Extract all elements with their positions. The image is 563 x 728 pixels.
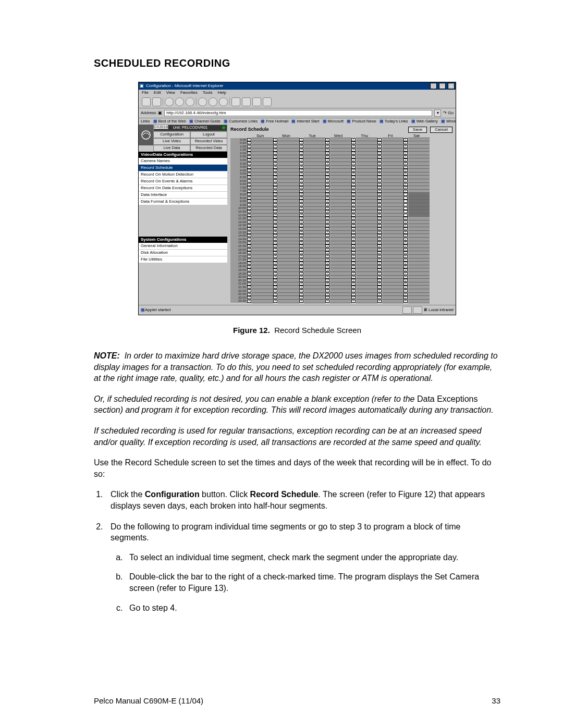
schedule-checkbox[interactable]: ✓ [325,286,329,289]
schedule-checkbox[interactable]: ✓ [247,258,251,262]
schedule-checkbox[interactable]: ✓ [351,262,356,265]
schedule-checkbox[interactable]: ✓ [325,241,329,244]
schedule-checkbox[interactable]: ✓ [403,272,408,275]
schedule-cell[interactable]: ✓ [403,299,430,303]
menu-help[interactable]: Help [217,91,226,95]
schedule-checkbox[interactable]: ✓ [247,289,251,292]
schedule-checkbox[interactable]: ✓ [325,251,329,254]
schedule-checkbox[interactable]: ✓ [299,293,303,296]
schedule-checkbox[interactable]: ✓ [247,248,251,251]
linkbar-item[interactable]: ▣ Product News [347,119,376,124]
schedule-checkbox[interactable] [403,200,408,203]
schedule-checkbox[interactable]: ✓ [273,248,277,251]
schedule-checkbox[interactable]: ✓ [247,145,251,148]
schedule-checkbox[interactable]: ✓ [403,166,408,169]
cancel-button[interactable]: Cancel [430,127,452,133]
schedule-checkbox[interactable]: ✓ [273,169,277,172]
schedule-checkbox[interactable]: ✓ [403,265,408,268]
schedule-checkbox[interactable]: ✓ [299,190,303,193]
schedule-checkbox[interactable]: ✓ [247,234,251,237]
schedule-checkbox[interactable]: ✓ [351,190,356,193]
schedule-checkbox[interactable]: ✓ [377,224,382,227]
schedule-checkbox[interactable]: ✓ [377,296,382,299]
schedule-checkbox[interactable]: ✓ [247,272,251,275]
schedule-checkbox[interactable]: ✓ [273,262,277,265]
close-icon[interactable]: × [448,83,455,89]
schedule-checkbox[interactable]: ✓ [247,224,251,227]
schedule-checkbox[interactable]: ✓ [299,244,303,248]
schedule-checkbox[interactable]: ✓ [325,279,329,282]
schedule-checkbox[interactable]: ✓ [351,196,356,200]
schedule-checkbox[interactable]: ✓ [299,251,303,254]
linkbar-item[interactable]: ▣ Windows Media [441,119,456,124]
schedule-checkbox[interactable]: ✓ [299,217,303,220]
sidebar-item[interactable]: Disk Allocation [139,250,227,256]
address-dropdown-icon[interactable]: ▾ [434,109,441,117]
schedule-checkbox[interactable]: ✓ [247,169,251,172]
schedule-checkbox[interactable]: ✓ [299,152,303,155]
schedule-checkbox[interactable]: ✓ [351,272,356,275]
schedule-checkbox[interactable]: ✓ [377,158,382,162]
schedule-checkbox[interactable]: ✓ [377,166,382,169]
schedule-checkbox[interactable]: ✓ [273,224,277,227]
schedule-bar[interactable] [278,299,299,303]
schedule-checkbox[interactable]: ✓ [299,248,303,251]
schedule-checkbox[interactable]: ✓ [377,227,382,230]
maximize-icon[interactable]: ▭ [439,83,446,89]
schedule-checkbox[interactable]: ✓ [351,162,356,165]
schedule-checkbox[interactable]: ✓ [299,179,303,182]
schedule-checkbox[interactable]: ✓ [377,258,382,262]
schedule-checkbox[interactable]: ✓ [403,227,408,230]
schedule-checkbox[interactable]: ✓ [351,255,356,258]
schedule-checkbox[interactable]: ✓ [351,234,356,237]
schedule-checkbox[interactable]: ✓ [273,155,277,158]
schedule-checkbox[interactable]: ✓ [351,172,356,176]
schedule-checkbox[interactable]: ✓ [351,166,356,169]
schedule-cell[interactable]: ✓ [351,299,377,303]
sidebar-item[interactable]: File Utilities [139,256,227,263]
schedule-checkbox[interactable]: ✓ [377,265,382,268]
schedule-checkbox[interactable]: ✓ [299,207,303,210]
schedule-checkbox[interactable] [403,210,408,213]
forward-button[interactable] [152,97,161,106]
schedule-checkbox[interactable]: ✓ [299,279,303,282]
schedule-checkbox[interactable]: ✓ [403,172,408,176]
schedule-checkbox[interactable]: ✓ [325,196,329,200]
back-button[interactable] [142,97,151,106]
schedule-checkbox[interactable]: ✓ [273,241,277,244]
schedule-checkbox[interactable]: ✓ [273,286,277,289]
schedule-checkbox[interactable]: ✓ [377,231,382,234]
schedule-checkbox[interactable]: ✓ [247,141,251,144]
schedule-checkbox[interactable]: ✓ [377,207,382,210]
schedule-checkbox[interactable]: ✓ [377,217,382,220]
schedule-checkbox[interactable]: ✓ [299,176,303,179]
schedule-checkbox[interactable]: ✓ [351,207,356,210]
schedule-checkbox[interactable]: ✓ [247,158,251,162]
schedule-checkbox[interactable]: ✓ [299,227,303,230]
schedule-checkbox[interactable]: ✓ [299,289,303,292]
schedule-bar[interactable] [408,299,430,303]
address-input[interactable]: http://192.168.4.46/indexcfg.htm [164,110,432,116]
schedule-checkbox[interactable]: ✓ [299,200,303,203]
schedule-checkbox[interactable]: ✓ [247,255,251,258]
schedule-checkbox[interactable]: ✓ [325,193,329,196]
schedule-checkbox[interactable]: ✓ [273,214,277,217]
schedule-checkbox[interactable]: ✓ [325,220,329,224]
menu-tools[interactable]: Tools [203,91,213,95]
schedule-checkbox[interactable]: ✓ [377,152,382,155]
schedule-checkbox[interactable]: ✓ [325,289,329,292]
schedule-checkbox[interactable]: ✓ [403,248,408,251]
schedule-checkbox[interactable]: ✓ [247,166,251,169]
schedule-checkbox[interactable] [403,207,408,210]
schedule-checkbox[interactable]: ✓ [299,169,303,172]
schedule-checkbox[interactable]: ✓ [273,186,277,189]
schedule-checkbox[interactable] [403,196,408,200]
sidebar-btn-live-data[interactable]: Live Data [153,145,190,152]
schedule-checkbox[interactable]: ✓ [403,293,408,296]
schedule-checkbox[interactable]: ✓ [299,220,303,224]
menu-view[interactable]: View [166,91,175,95]
sidebar-item[interactable]: General Information [139,243,227,250]
schedule-checkbox[interactable]: ✓ [377,176,382,179]
schedule-checkbox[interactable]: ✓ [351,293,356,296]
sidebar-btn-logout[interactable]: Logout [190,131,227,138]
